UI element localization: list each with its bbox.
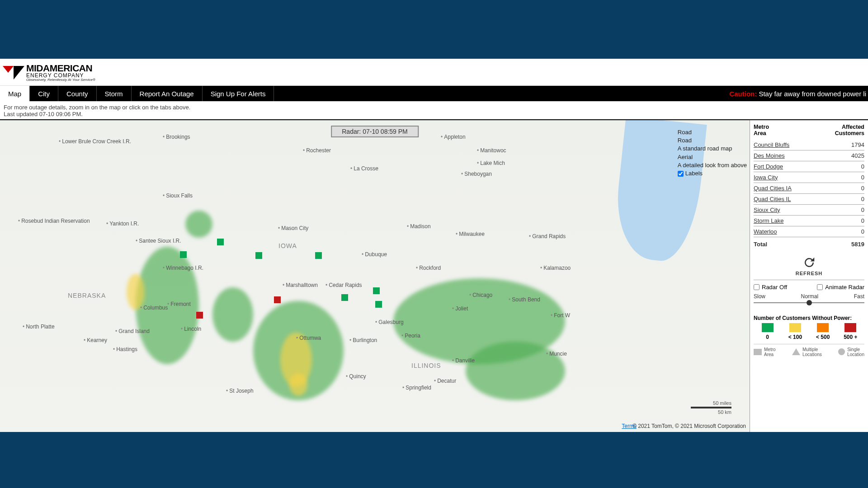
legend-label: 500 +	[837, 334, 864, 340]
outage-marker[interactable]	[196, 312, 203, 319]
city-label: Muncie	[546, 351, 567, 357]
city-label: Danville	[452, 357, 475, 364]
outage-marker[interactable]	[341, 294, 348, 301]
map-labels-toggle[interactable]: Labels	[678, 169, 747, 178]
count-cell: 0	[816, 226, 864, 237]
subhead-line1: For more outage details, zoom in on the …	[4, 104, 864, 111]
map-labels-checkbox[interactable]	[678, 171, 684, 177]
map-type-road[interactable]: Road	[678, 128, 747, 136]
map-type-control[interactable]: Road Road A standard road map Aerial A d…	[678, 128, 747, 178]
th-affected-customers: AffectedCustomers	[816, 123, 864, 140]
state-label: IOWA	[278, 242, 297, 249]
city-label: Milwaukee	[456, 231, 485, 237]
legend-swatch	[817, 323, 829, 332]
scale-miles: 50 miles	[691, 400, 731, 406]
outage-marker[interactable]	[180, 251, 187, 258]
city-label: Fort W	[551, 312, 570, 319]
city-label: Kalamazoo	[540, 265, 571, 271]
tab-sign-up-alerts[interactable]: Sign Up For Alerts	[203, 86, 274, 101]
area-cell[interactable]: Sioux City	[754, 204, 816, 215]
shape-sq-label: MetroArea	[764, 347, 776, 357]
table-row[interactable]: Storm Lake0	[754, 215, 864, 226]
triangle-icon	[792, 348, 800, 355]
area-cell[interactable]: Fort Dodge	[754, 161, 816, 172]
speed-normal: Normal	[801, 293, 819, 300]
th-metro-area: MetroArea	[754, 123, 816, 140]
city-label: Ottumwa	[296, 335, 321, 341]
count-cell: 1794	[816, 140, 864, 150]
map-type-aerial[interactable]: Aerial	[678, 153, 747, 161]
header: MIDAMERICAN ENERGY COMPANY Obsessively, …	[0, 59, 868, 86]
legend-label: < 500	[809, 334, 837, 340]
state-label: NEBRASKA	[68, 292, 106, 299]
outage-marker[interactable]	[315, 252, 322, 259]
city-label: Rochester	[303, 147, 331, 154]
shape-cir-label: SingleLocation	[847, 347, 864, 357]
tab-city[interactable]: City	[30, 86, 58, 101]
tab-storm[interactable]: Storm	[97, 86, 132, 101]
city-label: Kearney	[84, 337, 107, 343]
area-cell[interactable]: Des Moines	[754, 150, 816, 161]
color-legend: 0< 100< 500500 +	[754, 323, 864, 340]
animate-radar-checkbox[interactable]	[817, 284, 823, 290]
tab-county[interactable]: County	[58, 86, 97, 101]
outage-marker[interactable]	[217, 239, 224, 245]
city-label: Madison	[407, 223, 431, 230]
speed-slider[interactable]	[754, 300, 864, 305]
table-row[interactable]: Sioux City0	[754, 204, 864, 215]
area-cell[interactable]: Waterloo	[754, 226, 816, 237]
outage-map[interactable]: Radar: 07-10 08:59 PM Road Road A standa…	[0, 120, 750, 432]
caution-ticker: Caution: Stay far away from downed power…	[729, 90, 868, 98]
area-cell[interactable]: Iowa City	[754, 172, 816, 183]
count-cell: 0	[816, 215, 864, 226]
caution-label: Caution:	[729, 90, 757, 98]
svg-marker-0	[3, 66, 14, 73]
table-row[interactable]: Des Moines4025	[754, 150, 864, 161]
area-cell[interactable]: Storm Lake	[754, 215, 816, 226]
refresh-button[interactable]: REFRESH	[754, 256, 864, 276]
table-row[interactable]: Waterloo0	[754, 226, 864, 237]
table-row[interactable]: Quad Cities IA0	[754, 183, 864, 193]
svg-marker-1	[14, 66, 24, 80]
city-label: Rockford	[416, 265, 441, 271]
sub-header: For more outage details, zoom in on the …	[0, 101, 868, 120]
map-scale: 50 miles 50 km	[691, 400, 731, 415]
outage-marker[interactable]	[373, 287, 380, 294]
tab-report-outage[interactable]: Report An Outage	[132, 86, 203, 101]
company-logo: MIDAMERICAN ENERGY COMPANY Obsessively, …	[3, 63, 868, 82]
map-attribution: © 2021 TomTom, © 2021 Microsoft Corporat…	[632, 423, 746, 429]
outage-marker[interactable]	[375, 301, 382, 308]
city-label: Grand Island	[115, 328, 150, 334]
city-label: Burlington	[349, 337, 377, 343]
speed-fast: Fast	[854, 293, 864, 300]
outage-table: MetroArea AffectedCustomers Council Bluf…	[754, 123, 864, 249]
sidebar: MetroArea AffectedCustomers Council Bluf…	[750, 120, 868, 432]
city-label: Decatur	[434, 378, 456, 384]
total-label: Total	[754, 237, 816, 249]
outage-marker[interactable]	[255, 252, 262, 259]
map-labels-text: Labels	[685, 169, 703, 178]
count-cell: 0	[816, 161, 864, 172]
map-terms-link[interactable]: Terms	[622, 423, 637, 429]
legend-cell: < 500	[809, 323, 837, 340]
tab-map[interactable]: Map	[0, 86, 30, 101]
outage-marker[interactable]	[274, 296, 281, 303]
city-label: Yankton I.R.	[106, 221, 139, 227]
radar-off-toggle[interactable]: Radar Off	[754, 284, 787, 291]
city-label: Galesburg	[375, 319, 404, 325]
table-row[interactable]: Fort Dodge0	[754, 161, 864, 172]
area-cell[interactable]: Quad Cities IA	[754, 183, 816, 193]
city-label: Peoria	[401, 333, 420, 339]
logo-text-1: MIDAMERICAN	[26, 63, 95, 73]
radar-off-checkbox[interactable]	[754, 284, 760, 290]
table-row[interactable]: Quad Cities IL0	[754, 193, 864, 204]
total-value: 5819	[816, 237, 864, 249]
area-cell[interactable]: Council Bluffs	[754, 140, 816, 150]
table-row[interactable]: Iowa City0	[754, 172, 864, 183]
animate-radar-toggle[interactable]: Animate Radar	[817, 284, 864, 291]
city-label: Santee Sioux I.R.	[136, 238, 181, 244]
city-label: Springfield	[402, 385, 431, 391]
area-cell[interactable]: Quad Cities IL	[754, 193, 816, 204]
table-row[interactable]: Council Bluffs1794	[754, 140, 864, 150]
refresh-icon	[802, 256, 816, 269]
